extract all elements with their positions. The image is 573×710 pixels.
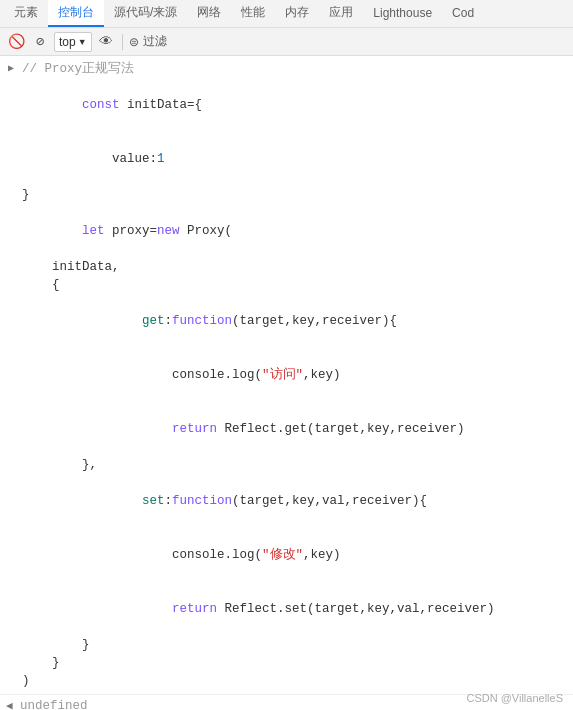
nav-console[interactable]: 控制台: [48, 0, 104, 27]
console-output-area[interactable]: ▶ // Proxy正规写法 const initData={ value:1 …: [0, 56, 573, 710]
toolbar-divider: [122, 34, 123, 50]
code-line-4: let proxy=new Proxy(: [0, 204, 573, 258]
console-toolbar: 🚫 ⊘ top ▼ 👁 ⊜ 过滤: [0, 28, 573, 56]
nav-performance[interactable]: 性能: [231, 0, 275, 27]
nav-elements[interactable]: 元素: [4, 0, 48, 27]
nav-memory[interactable]: 内存: [275, 0, 319, 27]
code-block: ▶ // Proxy正规写法 const initData={ value:1 …: [0, 56, 573, 695]
nav-sources[interactable]: 源代码/来源: [104, 0, 187, 27]
code-line-5: initData,: [0, 258, 573, 276]
expand-icon[interactable]: ▶: [8, 60, 18, 78]
output-arrow: ◀: [0, 696, 20, 710]
code-line-16: ): [0, 672, 573, 690]
nav-network[interactable]: 网络: [187, 0, 231, 27]
code-line-15: }: [0, 654, 573, 672]
code-line-3: }: [0, 186, 573, 204]
chevron-down-icon: ▼: [78, 37, 87, 47]
code-line-14: }: [0, 636, 573, 654]
filter-toggle-button[interactable]: ⊘: [30, 32, 50, 52]
code-line-9: return Reflect.get(target,key,receiver): [0, 402, 573, 456]
code-line-13: return Reflect.set(target,key,val,receiv…: [0, 582, 573, 636]
code-line-7: get:function(target,key,receiver){: [0, 294, 573, 348]
nav-more[interactable]: Cod: [442, 0, 484, 27]
context-dropdown[interactable]: top ▼: [54, 32, 92, 52]
eye-icon[interactable]: 👁: [96, 32, 116, 52]
code-line-2: value:1: [0, 132, 573, 186]
filter-area: ⊜ 过滤: [129, 33, 167, 50]
watermark: CSDN @VillanelleS: [466, 692, 563, 704]
nav-application[interactable]: 应用: [319, 0, 363, 27]
nav-lighthouse[interactable]: Lighthouse: [363, 0, 442, 27]
code-line-11: set:function(target,key,val,receiver){: [0, 474, 573, 528]
code-line-expand: ▶ // Proxy正规写法: [0, 60, 573, 78]
top-nav-bar: 元素 控制台 源代码/来源 网络 性能 内存 应用 Lighthouse Cod: [0, 0, 573, 28]
code-line-10: },: [0, 456, 573, 474]
code-line-8: console.log("访问",key): [0, 348, 573, 402]
filter-icon: ⊜: [129, 35, 139, 49]
code-line-6: {: [0, 276, 573, 294]
clear-console-button[interactable]: 🚫: [6, 32, 26, 52]
code-line-12: console.log("修改",key): [0, 528, 573, 582]
code-line-1: const initData={: [0, 78, 573, 132]
